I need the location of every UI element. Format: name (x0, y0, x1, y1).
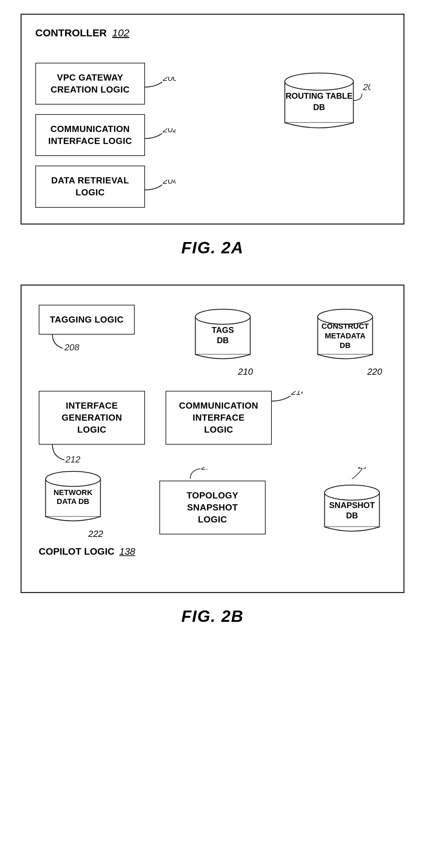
svg-point-21 (46, 471, 100, 486)
fig2a-container-label: CONTROLLER (35, 27, 107, 39)
vpc-gateway-box: VPC GATEWAYCREATION LOGIC (35, 63, 145, 105)
comm-interface-2b-col: COMMUNICATIONINTERFACELOGIC 214 (166, 391, 303, 445)
fig2a-container: CONTROLLER 102 VPC GATEWAYCREATION LOGIC… (21, 14, 404, 225)
svg-text:CONSTRUCT: CONSTRUCT (321, 322, 369, 330)
svg-text:DB: DB (313, 103, 325, 112)
svg-text:212: 212 (65, 454, 81, 463)
fig2b-container: TAGGING LOGIC 208 TAGS (21, 285, 404, 593)
svg-text:DATA DB: DATA DB (57, 497, 89, 506)
comm-interface-row: COMMUNICATIONINTERFACE LOGIC 202 (35, 114, 230, 156)
svg-point-4 (285, 73, 353, 90)
fig2a-content: VPC GATEWAYCREATION LOGIC 200 COMMUNICAT… (35, 59, 390, 211)
svg-text:216: 216 (201, 467, 207, 472)
fig2a-caption: FIG. 2A (181, 238, 244, 257)
fig2b-container-label: COPILOT LOGIC (39, 546, 114, 557)
svg-text:DB: DB (340, 341, 351, 350)
svg-text:202: 202 (162, 128, 176, 134)
tags-db-svg: TAGS DB (189, 305, 257, 366)
svg-text:200: 200 (162, 77, 176, 83)
data-retrieval-box: DATA RETRIEVALLOGIC (35, 166, 145, 207)
svg-text:NETWORK: NETWORK (53, 488, 93, 497)
fig2a-left: VPC GATEWAYCREATION LOGIC 200 COMMUNICAT… (35, 63, 230, 208)
fig2b-container-label-row: COPILOT LOGIC 138 (39, 546, 386, 557)
svg-text:214: 214 (291, 391, 303, 397)
fig2b-container-ref: 138 (119, 546, 135, 557)
tagging-logic-connector: 208 (39, 335, 87, 352)
comm-interface-box: COMMUNICATIONINTERFACE LOGIC (35, 114, 145, 156)
construct-metadata-ref: 220 (367, 366, 382, 377)
tags-db-ref: 210 (238, 366, 253, 377)
data-retrieval-connector: 204 (145, 180, 176, 193)
svg-text:SNAPSHOT: SNAPSHOT (329, 501, 375, 510)
construct-metadata-db-svg: CONSTRUCT METADATA DB (311, 305, 386, 366)
fig2b-row2: INTERFACEGENERATIONLOGIC 212 COMMUNICATI… (39, 391, 386, 463)
network-data-col: NETWORK DATA DB 222 (39, 467, 107, 539)
fig2a-right: ROUTING TABLE DB 206 (255, 66, 390, 135)
construct-metadata-col: CONSTRUCT METADATA DB 220 (311, 305, 386, 377)
tagging-logic-col: TAGGING LOGIC 208 (39, 305, 135, 352)
fig2b-caption: FIG. 2B (181, 607, 244, 626)
snapshot-db-top-connector: 218 (338, 467, 366, 481)
fig2b-row3: NETWORK DATA DB 222 216 TOPOLOGYSNAPSHOT… (39, 467, 386, 539)
network-data-db-svg: NETWORK DATA DB (39, 467, 107, 529)
svg-text:208: 208 (64, 342, 80, 352)
fig2a-container-ref: 102 (112, 27, 129, 39)
fig2b-section: TAGGING LOGIC 208 TAGS (21, 285, 404, 626)
tags-db-col: TAGS DB 210 (189, 305, 257, 377)
svg-point-10 (195, 309, 250, 324)
topology-snapshot-top-connector: 216 (173, 467, 207, 481)
network-data-ref: 222 (88, 529, 103, 539)
svg-text:ROUTING TABLE: ROUTING TABLE (286, 91, 353, 100)
snapshot-db-col: 218 SNAPSHOT DB (318, 467, 386, 539)
snapshot-db-svg: SNAPSHOT DB (318, 481, 386, 539)
interface-gen-col: INTERFACEGENERATIONLOGIC 212 (39, 391, 145, 463)
svg-text:METADATA: METADATA (325, 331, 366, 340)
svg-text:218: 218 (358, 467, 366, 471)
svg-text:206: 206 (363, 82, 371, 92)
comm-interface-2b-box: COMMUNICATIONINTERFACELOGIC (166, 391, 272, 445)
svg-text:DB: DB (346, 511, 358, 520)
interface-gen-box: INTERFACEGENERATIONLOGIC (39, 391, 145, 445)
svg-text:DB: DB (217, 336, 229, 345)
svg-text:204: 204 (162, 180, 176, 186)
topology-snapshot-box: TOPOLOGYSNAPSHOTLOGIC (159, 481, 266, 534)
interface-gen-connector: 212 (39, 445, 87, 463)
fig2b-row1: TAGGING LOGIC 208 TAGS (39, 305, 386, 377)
data-retrieval-row: DATA RETRIEVALLOGIC 204 (35, 166, 230, 207)
vpc-gateway-connector: 200 (145, 77, 176, 91)
comm-interface-connector: 202 (145, 128, 176, 142)
routing-table-db-svg: ROUTING TABLE DB 206 (275, 66, 371, 135)
topology-snapshot-col: 216 TOPOLOGYSNAPSHOTLOGIC (159, 467, 266, 534)
vpc-gateway-row: VPC GATEWAYCREATION LOGIC 200 (35, 63, 230, 105)
fig2a-section: CONTROLLER 102 VPC GATEWAYCREATION LOGIC… (21, 14, 404, 257)
svg-text:TAGS: TAGS (212, 325, 234, 335)
fig2b-content: TAGGING LOGIC 208 TAGS (35, 298, 390, 564)
page-wrapper: CONTROLLER 102 VPC GATEWAYCREATION LOGIC… (21, 14, 404, 626)
svg-point-27 (325, 485, 379, 500)
tagging-logic-box: TAGGING LOGIC (39, 305, 135, 335)
comm-interface-2b-connector: 214 (272, 391, 303, 410)
